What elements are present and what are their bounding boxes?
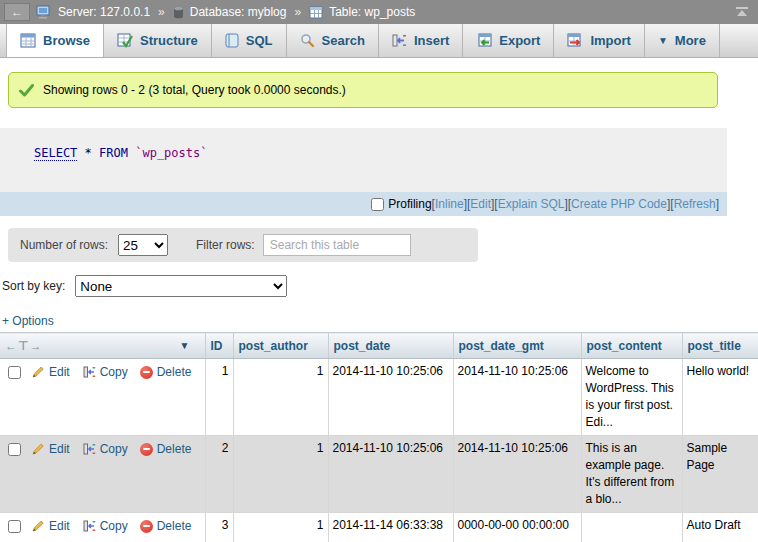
edit-pencil-icon[interactable]	[31, 519, 45, 533]
cell-post-date-gmt: 2014-11-10 10:25:06	[453, 359, 581, 436]
nav-back-button[interactable]: ←	[4, 3, 30, 21]
breadcrumb-table[interactable]: Table: wp_posts	[329, 5, 415, 19]
delete-row-icon[interactable]	[140, 443, 153, 456]
cell-id: 3	[205, 513, 233, 542]
results-table: ←⊤→ ▼ ID post_author post_date post_date…	[0, 332, 758, 542]
sort-by-key-label: Sort by key:	[2, 279, 65, 293]
delete-row-icon[interactable]	[140, 366, 153, 379]
export-icon	[476, 33, 492, 48]
table-row: Edit Copy Delete 2 1 2014-11-10 10:25:06…	[0, 436, 758, 513]
sort-by-key-select[interactable]: None	[75, 275, 287, 297]
edit-pencil-icon[interactable]	[31, 442, 45, 456]
tab-label: Browse	[43, 33, 90, 48]
tab-export[interactable]: Export	[463, 24, 554, 57]
collapse-icon[interactable]	[734, 6, 750, 18]
cell-post-author: 1	[233, 359, 328, 436]
cell-post-date-gmt: 2014-11-10 10:25:06	[453, 436, 581, 513]
copy-row-icon[interactable]	[82, 442, 96, 456]
refresh-link[interactable]: Refresh	[674, 197, 716, 211]
delete-row-link[interactable]: Delete	[157, 364, 192, 381]
edit-row-link[interactable]: Edit	[49, 364, 70, 381]
tab-import[interactable]: Import	[554, 24, 644, 57]
copy-row-link[interactable]: Copy	[100, 441, 128, 458]
sql-star: *	[85, 146, 92, 160]
cell-post-author: 1	[233, 436, 328, 513]
edit-row-link[interactable]: Edit	[49, 518, 70, 535]
chevron-down-icon: ▼	[658, 35, 668, 46]
cell-post-content: This is an example page. It's different …	[581, 436, 682, 513]
cell-id: 2	[205, 436, 233, 513]
number-of-rows-select[interactable]: 25	[118, 234, 168, 256]
column-header-post-content[interactable]: post_content	[581, 333, 682, 359]
row-checkbox[interactable]	[8, 520, 21, 533]
success-check-icon	[19, 84, 34, 97]
delete-row-link[interactable]: Delete	[157, 441, 192, 458]
profiling-toggle[interactable]: Profiling	[371, 197, 431, 211]
copy-row-icon[interactable]	[82, 365, 96, 379]
column-order-icon[interactable]: ←⊤→	[5, 339, 42, 353]
sql-keyword-select[interactable]: SELECT	[34, 146, 77, 161]
options-toggle-link[interactable]: + Options	[2, 314, 54, 328]
filter-rows-label: Filter rows:	[196, 238, 255, 252]
column-header-id[interactable]: ID	[205, 333, 233, 359]
breadcrumb-database[interactable]: Database: myblog	[190, 5, 287, 19]
edit-query-link[interactable]: Edit	[470, 197, 491, 211]
tab-structure[interactable]: Structure	[104, 24, 212, 57]
cell-post-title: Hello world!	[682, 359, 758, 436]
create-php-code-link[interactable]: Create PHP Code	[571, 197, 667, 211]
row-actions: Edit Copy Delete	[0, 513, 205, 542]
tab-bar: Browse Structure SQL Search Insert Expor…	[0, 24, 758, 58]
sort-control-row: Sort by key: None	[2, 274, 758, 298]
cell-post-title: Auto Draft	[682, 513, 758, 542]
table-row: Edit Copy Delete 1 1 2014-11-10 10:25:06…	[0, 359, 758, 436]
query-toolbar: Profiling[ Inline ] [ Edit ] [ Explain S…	[0, 192, 727, 216]
bracket: ]	[716, 197, 719, 211]
server-icon	[36, 5, 52, 19]
edit-row-link[interactable]: Edit	[49, 441, 70, 458]
delete-row-icon[interactable]	[140, 520, 153, 533]
cell-id: 1	[205, 359, 233, 436]
tab-label: Import	[590, 33, 630, 48]
row-checkbox[interactable]	[8, 443, 21, 456]
number-of-rows-label: Number of rows:	[20, 238, 108, 252]
import-icon	[567, 33, 583, 48]
inline-link[interactable]: Inline	[435, 197, 464, 211]
copy-row-link[interactable]: Copy	[100, 364, 128, 381]
delete-row-link[interactable]: Delete	[157, 518, 192, 535]
edit-pencil-icon[interactable]	[31, 365, 45, 379]
profiling-label: Profiling	[388, 197, 431, 211]
column-header-post-date[interactable]: post_date	[328, 333, 453, 359]
sql-keyword-from: FROM	[99, 146, 128, 160]
search-icon	[300, 33, 315, 48]
sql-table-ref: `wp_posts`	[135, 146, 207, 160]
tab-label: Insert	[414, 33, 449, 48]
copy-row-link[interactable]: Copy	[100, 518, 128, 535]
cell-post-title: Sample Page	[682, 436, 758, 513]
filter-rows-input[interactable]	[263, 234, 411, 256]
tab-insert[interactable]: Insert	[379, 24, 463, 57]
explain-sql-link[interactable]: Explain SQL	[498, 197, 565, 211]
column-header-post-date-gmt[interactable]: post_date_gmt	[453, 333, 581, 359]
column-header-post-author[interactable]: post_author	[233, 333, 328, 359]
row-checkbox[interactable]	[8, 366, 21, 379]
tab-label: Export	[499, 33, 540, 48]
rows-control-bar: Number of rows: 25 Filter rows:	[8, 228, 478, 262]
tab-search[interactable]: Search	[287, 24, 379, 57]
tab-label: Structure	[140, 33, 198, 48]
tab-label: Search	[322, 33, 365, 48]
tab-more[interactable]: ▼ More	[645, 24, 720, 57]
cell-post-content: Welcome to WordPress. This is your first…	[581, 359, 682, 436]
sql-query-text: SELECT * FROM `wp_posts`	[0, 128, 727, 192]
breadcrumb-server[interactable]: Server: 127.0.0.1	[58, 5, 150, 19]
results-header-row: ←⊤→ ▼ ID post_author post_date post_date…	[0, 333, 758, 359]
copy-row-icon[interactable]	[82, 519, 96, 533]
cell-post-date: 2014-11-10 10:25:06	[328, 436, 453, 513]
tab-browse[interactable]: Browse	[6, 24, 104, 57]
column-header-post-title[interactable]: post_title	[682, 333, 758, 359]
cell-post-date: 2014-11-10 10:25:06	[328, 359, 453, 436]
cell-post-content	[581, 513, 682, 542]
header-dropdown-icon[interactable]: ▼	[180, 340, 190, 351]
profiling-checkbox[interactable]	[371, 198, 384, 211]
cell-post-date-gmt: 0000-00-00 00:00:00	[453, 513, 581, 542]
tab-sql[interactable]: SQL	[212, 24, 287, 57]
